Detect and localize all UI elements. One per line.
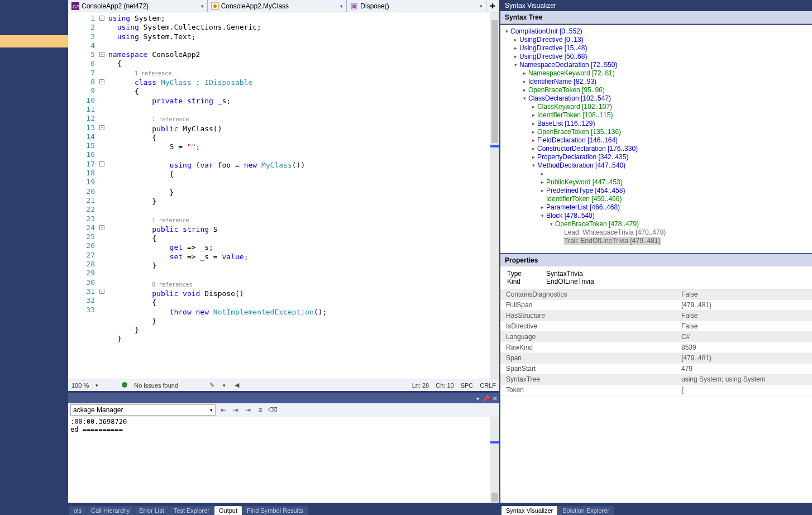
tree-node[interactable]: ▾ClassDeclaration [102..547): [501, 94, 811, 103]
tree-expander-icon[interactable]: ▸: [513, 44, 518, 53]
zoom-level[interactable]: 100 %: [71, 382, 89, 389]
indent-middle-icon[interactable]: ⇥: [231, 406, 240, 414]
nav-project-dropdown[interactable]: C# ConsoleApp2 (net472) ▾: [68, 0, 208, 12]
tree-node[interactable]: ▾Block [478..540): [501, 212, 811, 220]
close-icon[interactable]: ✕: [493, 395, 497, 402]
tree-node[interactable]: ▾OpenBraceToken [478..479): [501, 220, 811, 228]
tree-expander-icon[interactable]: ▸: [539, 170, 545, 178]
fold-toggle[interactable]: −: [99, 289, 104, 294]
tree-expander-icon[interactable]: ▾: [504, 27, 509, 36]
tree-expander-icon[interactable]: ▸: [513, 36, 518, 44]
tree-expander-icon[interactable]: ▸: [531, 153, 536, 161]
tree-node[interactable]: ▸UsingDirective [0..13): [501, 36, 811, 44]
code-folding-column[interactable]: −−−−−−−: [98, 12, 108, 379]
tree-node[interactable]: ▸UsingDirective [15..48): [501, 44, 811, 53]
output-text[interactable]: :00:00.3698720 ed ==========: [68, 417, 499, 503]
property-row[interactable]: Span[479..481): [500, 353, 812, 364]
fold-toggle[interactable]: −: [99, 161, 104, 166]
line-ending[interactable]: CRLF: [480, 382, 496, 389]
tree-expander-icon[interactable]: ▸: [531, 136, 536, 145]
tree-expander-icon[interactable]: ▸: [539, 178, 545, 187]
indent-right-icon[interactable]: ⇥: [243, 406, 252, 414]
tree-node[interactable]: Lead: WhitespaceTrivia [470..478): [501, 228, 811, 237]
vertical-scrollbar[interactable]: [490, 12, 499, 379]
tree-node[interactable]: ▸PublicKeyword [447..453): [501, 178, 811, 187]
nav-split-button[interactable]: ✚: [486, 0, 499, 12]
property-row[interactable]: Token{: [500, 385, 812, 395]
pin-icon[interactable]: 📌: [483, 395, 489, 402]
property-row[interactable]: HasStructureFalse: [500, 311, 812, 321]
tree-node[interactable]: ▸PropertyDeclaration [342..435): [501, 153, 811, 161]
fold-toggle[interactable]: −: [99, 52, 104, 57]
indent-left-icon[interactable]: ⇤: [219, 406, 228, 414]
tree-expander-icon[interactable]: ▾: [531, 161, 536, 170]
clear-icon[interactable]: ⌫: [268, 406, 277, 414]
nav-member-dropdown[interactable]: Dispose() ▾: [347, 0, 486, 12]
tool-tab[interactable]: Output: [214, 506, 242, 515]
tree-node[interactable]: ▸FieldDeclaration [146..164): [501, 136, 811, 145]
scrollbar-thumb[interactable]: [491, 493, 498, 502]
tool-tab[interactable]: ols: [69, 506, 86, 515]
window-position-icon[interactable]: ▾: [476, 395, 479, 402]
fold-toggle[interactable]: −: [99, 125, 104, 130]
tree-node[interactable]: ▸OpenBraceToken [135..136): [501, 128, 811, 136]
code-text-area[interactable]: using System; using System.Collections.G…: [108, 12, 490, 379]
tool-tab[interactable]: Syntax Visualizer: [501, 506, 557, 515]
tree-expander-icon[interactable]: ▾: [522, 94, 527, 103]
tree-expander-icon[interactable]: ▸: [539, 187, 545, 195]
tree-expander-icon[interactable]: ▸: [522, 86, 527, 94]
tree-node[interactable]: ▸: [501, 170, 811, 178]
syntax-tree[interactable]: ▾CompilationUnit [0..552)▸UsingDirective…: [500, 24, 812, 253]
tree-expander-icon[interactable]: ▸: [531, 128, 536, 136]
tool-tab[interactable]: Find Symbol Results: [242, 506, 308, 515]
nav-back-icon[interactable]: ◀: [232, 381, 241, 390]
fold-toggle[interactable]: −: [99, 225, 104, 230]
tree-node[interactable]: ▸ConstructorDeclaration [176..330): [501, 145, 811, 153]
tree-expander-icon[interactable]: ▾: [548, 220, 554, 228]
fold-toggle[interactable]: −: [99, 16, 104, 21]
property-row[interactable]: FullSpan[479..481): [500, 300, 812, 311]
scrollbar-thumb[interactable]: [491, 20, 498, 143]
property-row[interactable]: SyntaxTreeusing System; using System: [500, 374, 812, 385]
tree-node[interactable]: IdentifierToken [459..466): [501, 195, 811, 203]
tree-node[interactable]: ▸BaseList [116..129): [501, 120, 811, 128]
tree-node[interactable]: ▾NamespaceDeclaration [72..550): [501, 61, 811, 69]
tree-node[interactable]: ▸ClassKeyword [102..107): [501, 103, 811, 111]
tool-tab[interactable]: Error List: [135, 506, 169, 515]
fold-toggle[interactable]: −: [99, 79, 104, 84]
property-row[interactable]: SpanStart479: [500, 364, 812, 374]
word-wrap-icon[interactable]: ≡: [256, 406, 265, 414]
tree-expander-icon[interactable]: ▸: [513, 53, 518, 61]
output-scrollbar[interactable]: [490, 417, 499, 503]
tool-tab[interactable]: Solution Explorer: [558, 506, 614, 515]
tree-expander-icon[interactable]: ▸: [539, 203, 545, 212]
issues-status[interactable]: No issues found: [134, 382, 178, 389]
property-row[interactable]: IsDirectiveFalse: [500, 321, 812, 332]
output-source-dropdown[interactable]: ackage Manager ▾: [70, 404, 216, 416]
code-editor[interactable]: 1234567891011121314151617181920212223242…: [68, 12, 499, 379]
tree-node[interactable]: Trail: EndOfLineTrivia [479..481): [501, 237, 811, 245]
cleanup-icon[interactable]: ✎: [207, 381, 216, 390]
property-row[interactable]: LanguageC#: [500, 332, 812, 342]
tree-expander-icon[interactable]: ▸: [531, 145, 536, 153]
zoom-caret-icon[interactable]: ▾: [95, 383, 98, 388]
tree-node[interactable]: ▸OpenBraceToken [95..96): [501, 86, 811, 94]
tool-tab[interactable]: Test Explorer: [169, 506, 214, 515]
nav-class-dropdown[interactable]: ConsoleApp2.MyClass ▾: [208, 0, 347, 12]
tree-expander-icon[interactable]: ▸: [522, 78, 527, 86]
property-row[interactable]: RawKind8539: [500, 342, 812, 353]
tree-expander-icon[interactable]: ▸: [522, 69, 527, 78]
tree-expander-icon[interactable]: ▸: [531, 120, 536, 128]
indent-mode[interactable]: SPC: [461, 382, 474, 389]
tree-expander-icon[interactable]: ▾: [539, 212, 545, 220]
property-row[interactable]: ContainsDiagnosticsFalse: [500, 289, 812, 300]
tree-node[interactable]: ▸ParameterList [466..468): [501, 203, 811, 212]
tree-expander-icon[interactable]: ▸: [531, 111, 536, 120]
cleanup-caret-icon[interactable]: ▾: [223, 383, 226, 388]
properties-grid[interactable]: ContainsDiagnosticsFalseFullSpan[479..48…: [500, 289, 812, 503]
tree-expander-icon[interactable]: ▾: [513, 61, 518, 69]
tree-node[interactable]: ▾CompilationUnit [0..552): [501, 27, 811, 36]
tree-node[interactable]: ▸PredefinedType [454..458): [501, 187, 811, 195]
tree-node[interactable]: ▸UsingDirective [50..68): [501, 53, 811, 61]
tool-tab[interactable]: Call Hierarchy: [87, 506, 134, 515]
